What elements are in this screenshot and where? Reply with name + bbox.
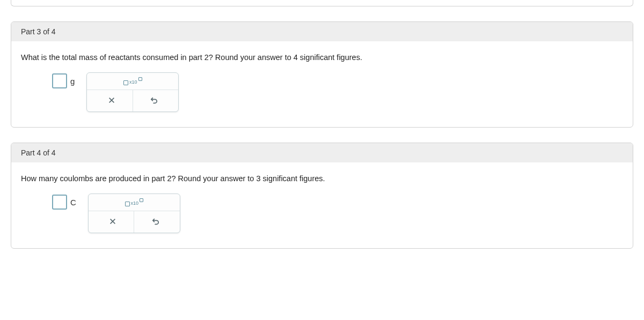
part-3-toolbox-bottom bbox=[90, 90, 175, 111]
part-4-toolbox-top: x10 bbox=[92, 197, 177, 211]
part-3-header: Part 3 of 4 bbox=[11, 22, 633, 41]
part-3-toolbox-top: x10 bbox=[90, 76, 175, 90]
part-3-card: Part 3 of 4 What is the total mass of re… bbox=[11, 21, 633, 128]
part-3-value-input[interactable] bbox=[52, 73, 67, 88]
clear-button[interactable] bbox=[90, 90, 133, 111]
placeholder-box-icon bbox=[123, 80, 128, 85]
undo-button[interactable] bbox=[133, 90, 175, 111]
part-4-header: Part 4 of 4 bbox=[11, 143, 633, 162]
previous-part-stub bbox=[11, 0, 633, 6]
part-4-unit: C bbox=[70, 198, 76, 207]
scientific-notation-button[interactable]: x10 bbox=[122, 76, 144, 86]
undo-button[interactable] bbox=[134, 211, 177, 233]
part-3-header-text: Part 3 of 4 bbox=[21, 27, 56, 36]
part-3-toolbox: x10 bbox=[86, 72, 179, 112]
x10-label: x10 bbox=[131, 201, 139, 206]
undo-icon bbox=[152, 218, 159, 227]
undo-icon bbox=[150, 96, 158, 106]
x-icon bbox=[109, 218, 116, 227]
x-icon bbox=[108, 96, 115, 106]
exponent-box-icon bbox=[138, 77, 142, 81]
scientific-notation-button[interactable]: x10 bbox=[123, 197, 145, 207]
part-4-toolbox-bottom bbox=[92, 211, 177, 233]
part-4-answer-row: C x10 bbox=[21, 195, 623, 233]
part-3-body: What is the total mass of reactants cons… bbox=[11, 41, 633, 127]
part-4-toolbox: x10 bbox=[88, 194, 180, 233]
part-3-unit: g bbox=[70, 77, 75, 86]
part-4-question: How many coulombs are produced in part 2… bbox=[21, 174, 623, 183]
x10-label: x10 bbox=[129, 80, 137, 85]
part-3-answer-row: g x10 bbox=[21, 73, 623, 112]
clear-button[interactable] bbox=[92, 211, 134, 233]
part-4-header-text: Part 4 of 4 bbox=[21, 148, 56, 157]
part-3-value-group: g bbox=[52, 73, 75, 88]
part-4-value-input[interactable] bbox=[52, 195, 67, 210]
part-4-value-group: C bbox=[52, 195, 76, 210]
part-4-body: How many coulombs are produced in part 2… bbox=[11, 162, 633, 248]
part-3-question: What is the total mass of reactants cons… bbox=[21, 53, 623, 62]
placeholder-box-icon bbox=[125, 202, 130, 206]
exponent-box-icon bbox=[140, 198, 143, 202]
part-4-card: Part 4 of 4 How many coulombs are produc… bbox=[11, 143, 633, 249]
